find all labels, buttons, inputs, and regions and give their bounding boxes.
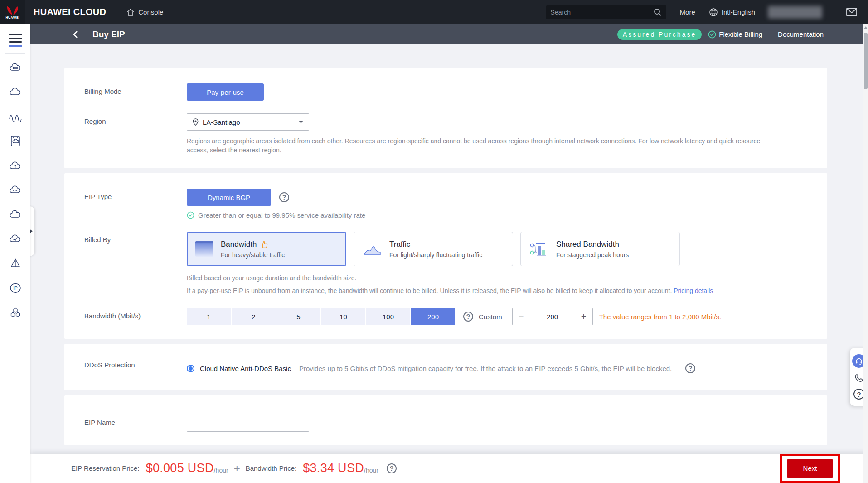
flexible-billing-link[interactable]: Flexible Billing bbox=[708, 30, 762, 39]
price-help-icon[interactable]: ? bbox=[387, 463, 397, 473]
bandwidth-price-label: Bandwidth Price: bbox=[246, 464, 297, 472]
bandwidth-help-icon[interactable]: ? bbox=[463, 312, 473, 322]
bandwidth-option-10[interactable]: 10 bbox=[321, 308, 365, 325]
brand-title: HUAWEI CLOUD bbox=[34, 7, 106, 17]
search-box[interactable] bbox=[546, 5, 666, 19]
more-menu[interactable]: More bbox=[680, 8, 695, 16]
sidebar-divider bbox=[5, 53, 25, 54]
bandwidth-option-1[interactable]: 1 bbox=[187, 308, 231, 325]
bandwidth-option-2[interactable]: 2 bbox=[232, 308, 276, 325]
mail-icon bbox=[846, 8, 857, 16]
region-value: LA-Santiago bbox=[203, 118, 299, 126]
billed-by-shared-card[interactable]: Shared Bandwidth For staggered peak hour… bbox=[520, 232, 680, 266]
price-area: EIP Reservation Price: $0.005 USD /hour … bbox=[71, 461, 397, 475]
messages-button[interactable] bbox=[846, 8, 857, 16]
cloud-send-icon[interactable] bbox=[9, 232, 22, 246]
title-divider bbox=[86, 30, 86, 39]
waves-icon[interactable] bbox=[9, 110, 22, 123]
pay-per-use-button[interactable]: Pay-per-use bbox=[187, 83, 264, 101]
custom-label: Custom bbox=[479, 313, 502, 321]
search-icon[interactable] bbox=[654, 8, 662, 16]
shared-bandwidth-subtitle: For staggered peak hours bbox=[556, 251, 629, 259]
billed-by-label: Billed By bbox=[84, 232, 187, 244]
bandwidth-range-hint: The value ranges from 1 to 2,000 Mbit/s. bbox=[599, 313, 721, 321]
cloud-dots-icon[interactable] bbox=[9, 85, 22, 99]
billed-by-traffic-card[interactable]: Traffic For light/sharply fluctuating tr… bbox=[354, 232, 513, 266]
billed-by-description: Billed based on your usage duration and … bbox=[187, 273, 776, 295]
page-scrollbar[interactable] bbox=[863, 24, 868, 483]
eip-type-label: EIP Type bbox=[84, 189, 187, 200]
bandwidth-icon bbox=[195, 241, 213, 257]
bandwidth-option-200[interactable]: 200 bbox=[411, 308, 455, 325]
billed-by-bandwidth-card[interactable]: Bandwidth For heavy/stable traffic bbox=[187, 232, 346, 266]
reservation-per-hour: /hour bbox=[214, 467, 228, 474]
phone-support-button[interactable] bbox=[854, 373, 864, 383]
globe-icon bbox=[709, 8, 718, 17]
next-button[interactable]: Next bbox=[787, 459, 833, 478]
billed-by-row: Billed By Bandwidth For heavy/stab bbox=[84, 232, 809, 295]
pricing-details-link[interactable]: Pricing details bbox=[674, 287, 713, 294]
ddos-radio[interactable] bbox=[187, 365, 194, 372]
traffic-subtitle: For light/sharply fluctuating traffic bbox=[389, 251, 482, 259]
billing-mode-label: Billing Mode bbox=[84, 83, 187, 95]
bandwidth-label: Bandwidth (Mbit/s) bbox=[84, 308, 187, 320]
footer-bar: EIP Reservation Price: $0.005 USD /hour … bbox=[30, 454, 868, 483]
help-float-button[interactable]: ? bbox=[853, 389, 864, 400]
eip-name-input[interactable] bbox=[187, 415, 309, 432]
question-icon: ? bbox=[853, 389, 864, 400]
traffic-title: Traffic bbox=[389, 240, 410, 249]
back-button[interactable] bbox=[72, 30, 79, 39]
plus-sign: + bbox=[234, 462, 240, 475]
region-select[interactable]: LA-Santiago bbox=[187, 113, 309, 131]
eip-config-card: EIP Type Dynamic BGP ? Greater than or e… bbox=[64, 173, 827, 339]
ddos-option-label[interactable]: Cloud Native Anti-DDoS Basic bbox=[200, 365, 291, 372]
next-button-annotation: Next bbox=[780, 454, 840, 483]
reservation-price-label: EIP Reservation Price: bbox=[71, 464, 140, 472]
billed-by-options: Bandwidth For heavy/stable traffic bbox=[187, 232, 809, 266]
billing-mode-row: Billing Mode Pay-per-use bbox=[84, 83, 809, 101]
top-bar: HUAWEI HUAWEI CLOUD Console More Intl-En… bbox=[0, 0, 868, 24]
shared-bandwidth-icon bbox=[529, 240, 549, 258]
bandwidth-option-5[interactable]: 5 bbox=[276, 308, 320, 325]
account-name-blurred[interactable] bbox=[768, 6, 822, 19]
bandwidth-option-100[interactable]: 100 bbox=[366, 308, 410, 325]
huawei-logo[interactable]: HUAWEI bbox=[0, 0, 25, 24]
ip-icon[interactable]: IP bbox=[9, 281, 22, 295]
console-label: Console bbox=[138, 8, 163, 16]
cloud-server-icon[interactable] bbox=[9, 61, 22, 74]
bandwidth-options: 1 2 5 10 100 200 bbox=[187, 308, 455, 325]
console-link[interactable]: Console bbox=[126, 8, 163, 16]
region-description: Regions are geographic areas isolated fr… bbox=[187, 137, 762, 155]
ddos-help-icon[interactable]: ? bbox=[685, 363, 695, 373]
menu-accent-bar bbox=[9, 45, 22, 47]
cloud-dots-icon[interactable] bbox=[9, 183, 22, 197]
eip-type-help-icon[interactable]: ? bbox=[279, 192, 289, 202]
phone-icon bbox=[854, 373, 864, 383]
svg-text:IP: IP bbox=[13, 286, 18, 291]
availability-note: Greater than or equal to 99.95% service … bbox=[187, 211, 809, 219]
shared-bandwidth-title: Shared Bandwidth bbox=[556, 240, 619, 249]
eip-name-row: EIP Name bbox=[84, 415, 809, 432]
pyramid-icon[interactable] bbox=[9, 257, 22, 270]
bandwidth-custom-input[interactable] bbox=[530, 308, 575, 325]
cloud-icon[interactable] bbox=[9, 208, 22, 221]
stepper-plus-button[interactable]: + bbox=[575, 308, 592, 325]
topbar-right: More Intl-English bbox=[546, 5, 868, 19]
search-input[interactable] bbox=[551, 9, 654, 16]
menu-hamburger-icon[interactable] bbox=[9, 34, 22, 43]
bandwidth-stepper: − + bbox=[512, 308, 593, 325]
sidebar-icons: IP bbox=[0, 61, 30, 330]
eip-type-row: EIP Type Dynamic BGP ? Greater than or e… bbox=[84, 189, 809, 219]
cluster-icon[interactable] bbox=[9, 306, 22, 319]
ddos-card: DDoS Protection Cloud Native Anti-DDoS B… bbox=[64, 344, 827, 390]
server-cloud-icon[interactable] bbox=[9, 134, 22, 148]
documentation-link[interactable]: Documentation bbox=[778, 30, 824, 38]
scrollbar-thumb[interactable] bbox=[864, 33, 868, 89]
language-switcher[interactable]: Intl-English bbox=[709, 8, 755, 17]
scrollbar-up-arrow[interactable] bbox=[864, 26, 868, 29]
assured-purchase-badge[interactable]: Assured Purchase bbox=[617, 29, 702, 40]
dynamic-bgp-button[interactable]: Dynamic BGP bbox=[187, 189, 271, 206]
thumbs-up-icon bbox=[260, 240, 268, 249]
cloud-upload-icon[interactable] bbox=[9, 159, 22, 172]
stepper-minus-button[interactable]: − bbox=[513, 308, 530, 325]
